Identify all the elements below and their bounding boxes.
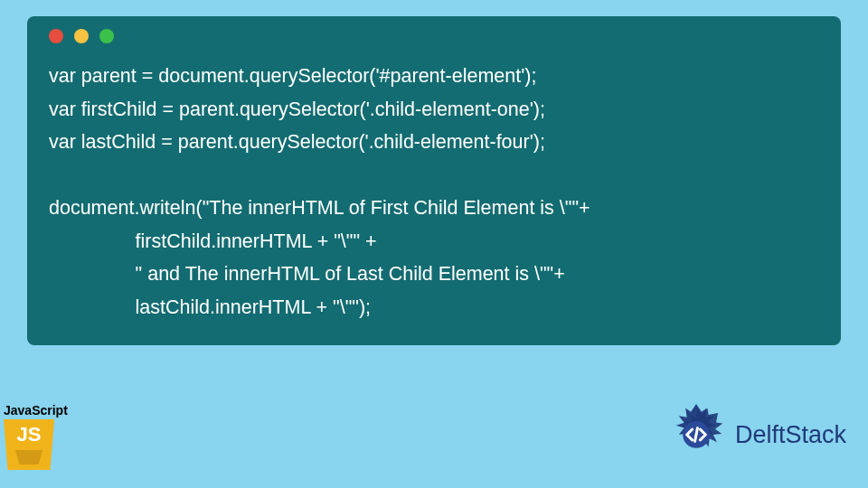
code-panel: var parent = document.querySelector('#pa…	[27, 16, 841, 345]
code-block: var parent = document.querySelector('#pa…	[49, 60, 819, 324]
minimize-icon	[74, 29, 89, 43]
javascript-icon: JS	[4, 419, 54, 470]
code-line: lastChild.innerHTML + "\"");	[49, 296, 371, 318]
code-line: " and The innerHTML of Last Child Elemen…	[49, 263, 565, 285]
javascript-label: JavaScript	[4, 403, 68, 418]
javascript-icon-accent	[15, 450, 42, 465]
code-line: var parent = document.querySelector('#pa…	[49, 65, 536, 87]
brand-logo: DelftStack	[663, 401, 846, 468]
javascript-icon-text: JS	[4, 423, 54, 446]
window-controls	[49, 29, 819, 43]
maximize-icon	[99, 29, 114, 43]
javascript-badge: JavaScript JS	[4, 403, 68, 470]
brand-mandala-icon	[663, 401, 730, 468]
code-line: document.writeln("The innerHTML of First…	[49, 197, 590, 219]
code-line: var firstChild = parent.querySelector('.…	[49, 99, 545, 120]
brand-name: DelftStack	[735, 421, 846, 449]
code-line: var lastChild = parent.querySelector('.c…	[49, 131, 545, 153]
code-line: firstChild.innerHTML + "\"" +	[49, 230, 377, 252]
close-icon	[49, 29, 63, 43]
